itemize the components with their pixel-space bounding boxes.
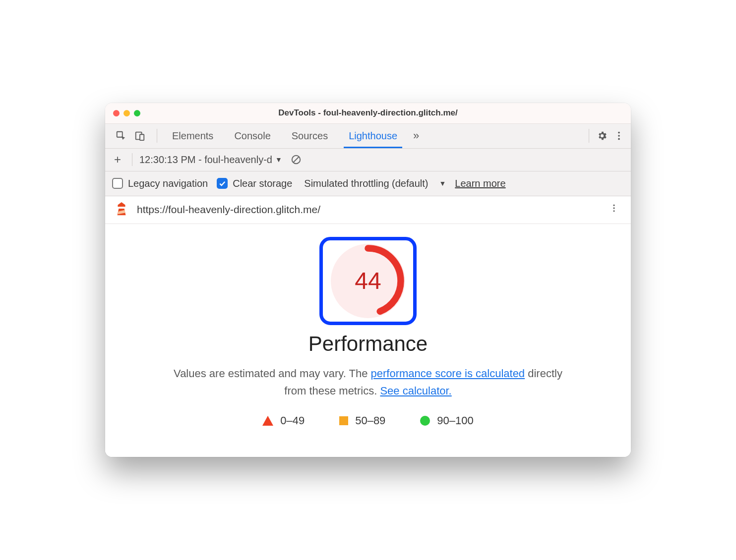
clear-storage-option[interactable]: Clear storage (217, 178, 292, 189)
report-selector[interactable]: 12:30:13 PM - foul-heavenly-d ▼ (139, 154, 282, 166)
triangle-icon (262, 416, 273, 426)
clear-report-icon[interactable] (289, 153, 303, 167)
report-description: Values are estimated and may vary. The p… (165, 365, 571, 399)
traffic-lights (105, 110, 140, 116)
report-heading: Performance (125, 332, 611, 356)
dropdown-triangle-icon: ▼ (275, 156, 282, 164)
legend-poor: 0–49 (262, 414, 305, 427)
lighthouse-icon (114, 201, 129, 219)
svg-line-7 (293, 157, 299, 163)
legend-average: 50–89 (339, 414, 385, 427)
legacy-navigation-option[interactable]: Legacy navigation (112, 178, 208, 189)
report-url-bar: https://foul-heavenly-direction.glitch.m… (105, 196, 631, 224)
window-title: DevTools - foul-heavenly-direction.glitc… (105, 108, 631, 118)
svg-rect-2 (140, 135, 144, 141)
svg-point-5 (618, 138, 620, 140)
legacy-navigation-checkbox[interactable] (112, 178, 123, 189)
report-selector-label: 12:30:13 PM - foul-heavenly-d (139, 154, 272, 166)
circle-icon (420, 416, 430, 426)
svg-point-4 (618, 135, 620, 137)
divider (132, 153, 132, 166)
see-calculator-link[interactable]: See calculator. (380, 385, 451, 397)
square-icon (339, 416, 348, 425)
clear-storage-label: Clear storage (233, 178, 292, 189)
dropdown-triangle-icon: ▼ (439, 179, 446, 187)
tab-sources[interactable]: Sources (283, 123, 337, 148)
throttling-label: Simulated throttling (default) (304, 178, 428, 189)
score-legend: 0–49 50–89 90–100 (125, 414, 611, 427)
new-report-button[interactable]: + (110, 153, 125, 167)
close-window-button[interactable] (113, 110, 120, 116)
svg-point-12 (613, 205, 614, 206)
svg-point-3 (618, 132, 620, 134)
lighthouse-subbar: + 12:30:13 PM - foul-heavenly-d ▼ (105, 149, 631, 171)
performance-gauge: 44 (331, 244, 405, 318)
legend-good: 90–100 (420, 414, 473, 427)
titlebar: DevTools - foul-heavenly-direction.glitc… (105, 103, 631, 124)
inspect-element-icon[interactable] (114, 129, 128, 143)
learn-more-link[interactable]: Learn more (455, 178, 505, 189)
zoom-window-button[interactable] (134, 110, 140, 116)
report-url: https://foul-heavenly-direction.glitch.m… (137, 204, 320, 216)
score-calculated-link[interactable]: performance score is calculated (371, 367, 525, 380)
tab-lighthouse[interactable]: Lighthouse (340, 123, 406, 148)
clear-storage-checkbox[interactable] (217, 178, 228, 189)
tab-console[interactable]: Console (225, 123, 279, 148)
minimize-window-button[interactable] (123, 110, 130, 116)
lighthouse-report: 44 Performance Values are estimated and … (105, 224, 631, 457)
legacy-navigation-label: Legacy navigation (128, 178, 208, 189)
device-toolbar-icon[interactable] (133, 129, 147, 143)
settings-gear-icon[interactable] (595, 129, 609, 143)
more-tabs-icon[interactable]: » (409, 129, 423, 143)
svg-point-13 (613, 208, 614, 209)
score-highlight-box: 44 (319, 237, 417, 325)
divider (157, 129, 157, 143)
kebab-menu-icon[interactable] (612, 129, 626, 143)
svg-marker-8 (118, 202, 125, 207)
svg-point-14 (613, 210, 614, 212)
report-menu-icon[interactable] (606, 203, 622, 216)
svg-rect-9 (119, 207, 124, 209)
tab-bar: Elements Console Sources Lighthouse » (105, 124, 631, 149)
performance-score: 44 (331, 244, 405, 318)
devtools-window: DevTools - foul-heavenly-direction.glitc… (105, 103, 631, 457)
lighthouse-options: Legacy navigation Clear storage Simulate… (105, 171, 631, 196)
throttling-selector[interactable]: Simulated throttling (default) ▼ (304, 178, 446, 189)
tab-elements[interactable]: Elements (163, 123, 222, 148)
divider (589, 129, 589, 143)
